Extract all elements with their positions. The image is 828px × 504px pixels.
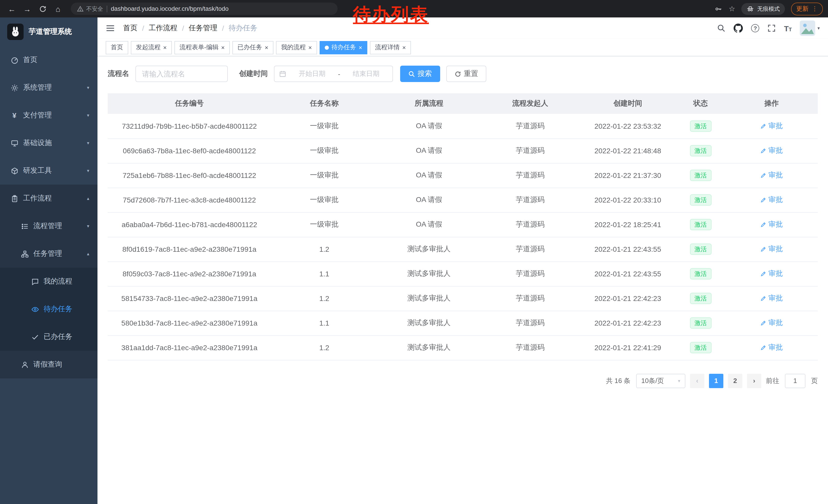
sidebar-item-payment[interactable]: ¥ 支付管理 ▾ (0, 101, 97, 129)
browser-update-button[interactable]: 更新 ⋮ (791, 2, 823, 15)
process-cell: OA 请假 (378, 114, 481, 138)
sidebar-item-system[interactable]: 系统管理 ▾ (0, 74, 97, 101)
todo-task-table: 任务编号 任务名称 所属流程 流程发起人 创建时间 状态 操作 (108, 93, 818, 360)
sidebar-toggle-button[interactable] (106, 24, 115, 33)
task-name-cell: 1.2 (271, 335, 378, 360)
status-badge: 激活 (690, 268, 711, 280)
approve-link[interactable]: 审批 (760, 343, 783, 352)
sidebar-item-infra[interactable]: 基础设施 ▾ (0, 129, 97, 157)
password-key-button[interactable] (715, 5, 722, 12)
process-name-input[interactable] (135, 65, 228, 82)
prev-page-button[interactable]: ‹ (690, 373, 704, 388)
goto-page-input[interactable] (785, 373, 805, 388)
sidebar-item-workflow[interactable]: 工作流程 ▴ (0, 185, 97, 212)
fullscreen-button[interactable] (768, 24, 776, 32)
approve-link[interactable]: 审批 (760, 318, 783, 328)
tab-todo-tasks[interactable]: 待办任务 × (320, 41, 367, 54)
process-cell: 测试多审批人 (378, 262, 481, 286)
sidebar-item-done-tasks[interactable]: 已办任务 (0, 323, 97, 351)
next-page-button[interactable]: › (747, 373, 761, 388)
start-date-placeholder: 开始日期 (290, 69, 334, 79)
search-icon (717, 24, 726, 32)
approve-link[interactable]: 审批 (760, 195, 783, 204)
sidebar-item-leave-query[interactable]: 请假查询 (0, 351, 97, 378)
close-icon[interactable]: × (221, 44, 225, 50)
date-range-picker[interactable]: 开始日期 - 结束日期 (274, 65, 393, 82)
omnibox-divider (107, 5, 107, 12)
initiator-cell: 芋道源码 (481, 286, 580, 311)
approve-link[interactable]: 审批 (760, 269, 783, 278)
tab-home[interactable]: 首页 (106, 41, 128, 54)
breadcrumb-task-manage[interactable]: 任务管理 (189, 24, 217, 33)
process-cell: 测试多审批人 (378, 335, 481, 360)
header-search-button[interactable] (717, 24, 726, 32)
refresh-icon (455, 71, 461, 77)
edit-icon (760, 222, 767, 228)
tab-my-process[interactable]: 我的流程 × (276, 41, 317, 54)
update-label: 更新 (796, 4, 809, 13)
approve-link[interactable]: 审批 (760, 122, 783, 131)
active-dot-icon (325, 45, 329, 49)
address-bar[interactable]: 不安全 dashboard.yudao.iocoder.cn/bpm/task/… (71, 3, 338, 15)
search-button[interactable]: 搜索 (400, 65, 440, 82)
approve-link[interactable]: 审批 (760, 294, 783, 303)
task-name-cell: 1.1 (271, 262, 378, 286)
close-icon[interactable]: × (308, 44, 312, 50)
close-icon[interactable]: × (163, 44, 167, 50)
page-button-2[interactable]: 2 (728, 373, 742, 388)
created-cell: 2022-01-22 23:53:32 (580, 114, 676, 138)
reset-button[interactable]: 重置 (446, 65, 486, 82)
security-status[interactable]: 不安全 (77, 5, 103, 12)
breadcrumb-workflow[interactable]: 工作流程 (149, 24, 177, 33)
approve-link[interactable]: 审批 (760, 220, 783, 229)
tab-label: 已办任务 (238, 43, 262, 52)
tab-form-edit[interactable]: 流程表单-编辑 × (174, 41, 230, 54)
sidebar-item-task-manage[interactable]: 任务管理 ▴ (0, 240, 97, 268)
page-size-select[interactable]: 10条/页 ▾ (636, 373, 686, 388)
browser-forward-button[interactable]: → (20, 2, 34, 15)
close-icon[interactable]: × (402, 44, 406, 50)
tab-process-detail[interactable]: 流程详情 × (370, 41, 411, 54)
created-cell: 2022-01-21 22:42:23 (580, 286, 676, 311)
browser-reload-button[interactable] (36, 2, 49, 15)
edit-icon (760, 172, 767, 178)
browser-home-button[interactable]: ⌂ (51, 2, 65, 15)
chevron-down-icon: ▾ (87, 168, 89, 173)
github-link-button[interactable] (734, 24, 743, 33)
status-badge: 激活 (690, 194, 711, 206)
page-button-1[interactable]: 1 (709, 373, 723, 388)
tab-start-process[interactable]: 发起流程 × (131, 41, 172, 54)
sitemap-icon (20, 250, 29, 258)
sidebar-item-process-manage[interactable]: 流程管理 ▾ (0, 212, 97, 240)
tab-done-tasks[interactable]: 已办任务 × (233, 41, 274, 54)
app-logo-row[interactable]: 芋道管理系统 (0, 17, 97, 46)
sidebar-item-todo-tasks[interactable]: 待办任务 (0, 295, 97, 323)
approve-link[interactable]: 审批 (760, 244, 783, 254)
sidebar-item-home[interactable]: 首页 (0, 46, 97, 74)
breadcrumb-home[interactable]: 首页 (123, 24, 137, 33)
table-row: 8f059c03-7ac8-11ec-a9e2-a2380e71991a 1.1… (108, 262, 818, 286)
table-body: 73211d9d-7b9b-11ec-b5b7-acde48001122 一级审… (108, 114, 818, 360)
toolbox-icon (10, 167, 18, 175)
approve-link[interactable]: 审批 (760, 146, 783, 155)
status-badge: 激活 (690, 243, 711, 255)
approve-link-label: 审批 (769, 122, 783, 131)
initiator-cell: 芋道源码 (481, 212, 580, 237)
tab-label: 我的流程 (281, 43, 306, 52)
kebab-menu-icon[interactable]: ⋮ (812, 5, 818, 12)
process-cell: 测试多审批人 (378, 286, 481, 311)
bookmark-star-button[interactable]: ☆ (729, 5, 735, 13)
task-name-cell: 一级审批 (271, 163, 378, 188)
user-avatar-menu[interactable]: ▾ (800, 20, 820, 36)
sidebar-item-devtools[interactable]: 研发工具 ▾ (0, 157, 97, 185)
help-doc-button[interactable]: ? (751, 24, 759, 32)
tags-view-bar: 首页 发起流程 × 流程表单-编辑 × 已办任务 × 我的流程 × (97, 39, 828, 56)
font-size-button[interactable]: TT (784, 24, 792, 33)
browser-back-button[interactable]: ← (5, 2, 18, 15)
sidebar: 芋道管理系统 首页 系统管理 ▾ ¥ 支付管理 ▾ 基础设施 ▾ (0, 17, 97, 504)
close-icon[interactable]: × (359, 44, 362, 50)
sidebar-item-my-process[interactable]: 我的流程 (0, 268, 97, 295)
approve-link[interactable]: 审批 (760, 171, 783, 180)
close-icon[interactable]: × (265, 44, 268, 50)
approve-link-label: 审批 (769, 343, 783, 352)
